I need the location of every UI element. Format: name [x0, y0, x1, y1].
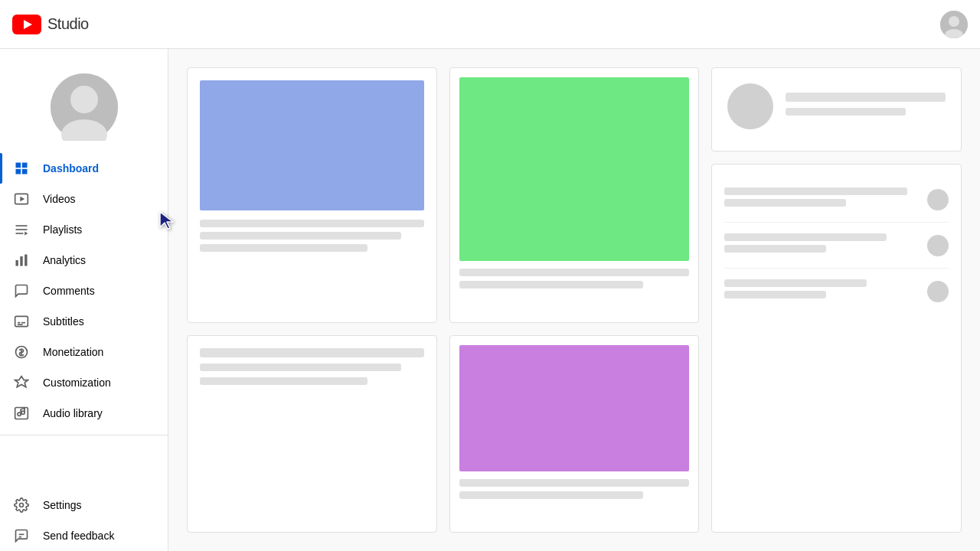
sidebar-label-customization: Customization [43, 377, 111, 389]
playlists-icon [12, 220, 31, 239]
channel-avatar[interactable] [51, 73, 118, 141]
header: Studio [0, 0, 980, 49]
sidebar-label-comments: Comments [43, 285, 95, 297]
card-1-skeleton-3 [200, 244, 368, 252]
card-3[interactable] [187, 335, 437, 533]
sidebar-label-audio-library: Audio library [43, 407, 103, 419]
svg-rect-20 [24, 255, 27, 266]
card-2-skeleton-1 [459, 269, 690, 276]
sidebar: Dashboard Videos Playlists Analytics Com… [0, 49, 168, 551]
sidebar-label-settings: Settings [43, 499, 82, 511]
list-item-3[interactable] [724, 269, 949, 314]
card-4-thumbnail [459, 345, 690, 471]
list-item-1[interactable] [724, 177, 949, 223]
sidebar-item-send-feedback[interactable]: Send feedback [0, 520, 168, 551]
sidebar-label-monetization: Monetization [43, 346, 103, 358]
card-1-skeleton-1 [200, 220, 424, 227]
card-2-thumbnail [459, 77, 690, 261]
sidebar-label-subtitles: Subtitles [43, 315, 84, 328]
li3-s2 [724, 291, 825, 298]
card-3-s3 [200, 377, 368, 385]
youtube-logo-icon [12, 15, 41, 34]
card-4[interactable] [449, 335, 700, 533]
sidebar-label-playlists: Playlists [43, 223, 82, 236]
card-1-skeleton-2 [200, 232, 401, 240]
svg-rect-19 [20, 256, 22, 266]
list-item-1-text [724, 187, 927, 211]
list-item-2-action[interactable] [927, 235, 949, 256]
li1-s1 [724, 187, 906, 195]
card-2-skeleton-2 [459, 281, 644, 289]
sidebar-item-subtitles[interactable]: Subtitles [0, 306, 168, 337]
card-1-thumbnail [200, 80, 424, 210]
feedback-icon [12, 527, 31, 545]
svg-rect-8 [16, 163, 21, 168]
card-1[interactable] [187, 67, 437, 323]
svg-point-30 [20, 504, 24, 507]
user-avatar-icon [940, 11, 968, 38]
svg-rect-11 [22, 169, 28, 174]
sidebar-item-playlists[interactable]: Playlists [0, 214, 168, 245]
card-4-s1 [459, 479, 690, 487]
dashboard-icon [12, 159, 31, 178]
li2-s1 [724, 233, 887, 241]
videos-icon [12, 190, 31, 208]
sidebar-item-analytics[interactable]: Analytics [0, 245, 168, 276]
svg-rect-18 [16, 260, 18, 266]
svg-marker-17 [24, 232, 28, 236]
main-content [168, 49, 980, 551]
list-item-3-text [724, 279, 927, 303]
channel-avatar-icon [51, 73, 118, 141]
channel-text [786, 93, 946, 120]
sidebar-label-dashboard: Dashboard [43, 162, 99, 174]
header-title: Studio [47, 15, 89, 33]
sidebar-label-videos: Videos [43, 193, 76, 205]
customization-icon [12, 373, 31, 392]
channel-info-card [711, 67, 962, 152]
sidebar-item-monetization[interactable]: Monetization [0, 337, 168, 367]
svg-rect-9 [22, 163, 28, 168]
sidebar-item-videos[interactable]: Videos [0, 184, 168, 214]
right-column [711, 67, 962, 533]
svg-marker-13 [20, 197, 24, 202]
list-item-1-action[interactable] [927, 189, 949, 210]
analytics-icon [12, 251, 31, 269]
svg-point-29 [21, 411, 24, 414]
sidebar-item-audio-library[interactable]: Audio library [0, 398, 168, 429]
card-3-s1 [200, 348, 424, 357]
li2-s2 [724, 245, 825, 253]
li1-s2 [724, 199, 846, 207]
header-logo[interactable]: Studio [12, 15, 89, 34]
sidebar-item-customization[interactable]: Customization [0, 367, 168, 398]
nav-divider [0, 435, 168, 441]
sidebar-item-settings[interactable]: Settings [0, 490, 168, 520]
li3-s1 [724, 279, 866, 287]
channel-avatar-section [0, 55, 168, 153]
card-4-s2 [459, 491, 644, 499]
list-card [711, 164, 962, 533]
svg-point-6 [70, 86, 98, 113]
card-3-s2 [200, 364, 401, 371]
channel-info-row [727, 83, 946, 129]
sidebar-label-send-feedback: Send feedback [43, 530, 114, 542]
sidebar-label-analytics: Analytics [43, 254, 86, 266]
sidebar-item-dashboard[interactable]: Dashboard [0, 153, 168, 184]
list-item-3-action[interactable] [927, 281, 949, 302]
header-user-avatar[interactable] [940, 11, 968, 38]
card-2[interactable] [449, 67, 700, 323]
channel-sub-skeleton [786, 108, 905, 116]
svg-point-3 [949, 16, 959, 27]
settings-icon [12, 496, 31, 514]
channel-thumb [727, 83, 773, 129]
list-item-2-text [724, 233, 927, 257]
svg-rect-10 [16, 169, 21, 174]
comments-icon [12, 282, 31, 300]
sidebar-item-comments[interactable]: Comments [0, 276, 168, 306]
list-item-2[interactable] [724, 223, 949, 269]
channel-name-skeleton [786, 93, 946, 102]
audio-library-icon [12, 404, 31, 422]
monetization-icon [12, 343, 31, 361]
subtitles-icon [12, 312, 31, 331]
